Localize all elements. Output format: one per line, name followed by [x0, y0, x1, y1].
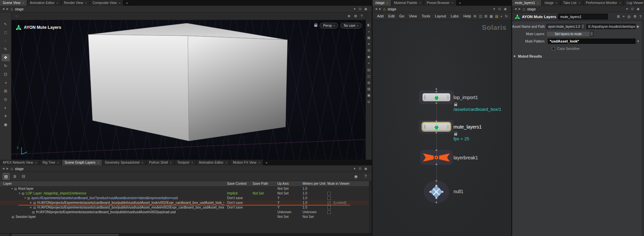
new-tab-button[interactable]: +: [123, 0, 130, 6]
layer-row[interactable]: ▾▤LOP Layer: /stage/lop_import1/referenc…: [0, 191, 372, 196]
path-text[interactable]: stage: [15, 167, 24, 171]
row-expander-icon[interactable]: ⊕: [30, 205, 32, 210]
connector-dot[interactable]: [435, 88, 437, 90]
view-lock-icon[interactable]: [314, 24, 317, 27]
tab-rig-tree[interactable]: Rig Tree×: [40, 160, 62, 165]
tab-close-icon[interactable]: ×: [537, 1, 539, 5]
info-icon[interactable]: ◎: [367, 100, 370, 103]
column-header[interactable]: Meters per Unit: [303, 182, 325, 185]
tab-apex-network-view[interactable]: APEX Network View×: [0, 160, 40, 165]
viewport-canvas[interactable]: AYON Mute Layers Persp ▾ No cam ▾ z: [11, 20, 366, 160]
node-name-field[interactable]: mute_layers1: [558, 14, 608, 19]
menu-labs[interactable]: Labs: [448, 14, 461, 18]
node-label[interactable]: lop_import1: [453, 95, 478, 100]
projection-menu[interactable]: Persp ▾: [320, 23, 338, 28]
export-pane-icon[interactable]: ◫: [479, 14, 482, 18]
help-icon[interactable]: ?: [362, 173, 369, 180]
tab-stage[interactable]: /stage×: [542, 0, 560, 6]
layer-row[interactable]: ▤H:/AYON/projects/Experiments/assets/car…: [0, 210, 372, 215]
tab-animation-editor[interactable]: Animation Editor×: [196, 160, 230, 165]
asset-version-dropdown[interactable]: ayon:mute_layers:1.0: [546, 24, 581, 29]
pin-icon[interactable]: ⊙: [631, 7, 634, 11]
node-mute-layers1[interactable]: [422, 123, 450, 131]
tab-mute-layers1[interactable]: mute_layers1×: [512, 0, 542, 6]
frame-view-icon[interactable]: ⌖: [368, 61, 370, 65]
node-null1[interactable]: [426, 182, 446, 201]
link-follow-icon[interactable]: ◉: [637, 7, 640, 11]
parameters-scrollbar[interactable]: [642, 21, 644, 236]
tab-close-icon[interactable]: ×: [225, 161, 227, 164]
tab-close-icon[interactable]: ×: [386, 1, 388, 5]
forward-button[interactable]: ▶: [379, 7, 381, 10]
param-gear-icon[interactable]: ⚙: [633, 14, 637, 19]
snap-point-icon[interactable]: ⊙: [2, 96, 10, 103]
link-follow-icon[interactable]: ◉: [364, 167, 367, 170]
material-tool-icon[interactable]: ◐: [2, 104, 10, 111]
tab-render-view[interactable]: Render View×: [61, 0, 90, 6]
new-tab-button[interactable]: +: [263, 160, 270, 165]
camera-select-menu[interactable]: No cam ▾: [340, 23, 362, 28]
tab-close-icon[interactable]: ×: [191, 161, 193, 164]
move-tool-icon[interactable]: ✥: [2, 54, 10, 61]
column-header[interactable]: Layer: [3, 182, 12, 185]
link-follow-icon[interactable]: ◉: [364, 7, 367, 11]
tab-close-icon[interactable]: ×: [85, 1, 87, 5]
tab-close-icon[interactable]: ×: [97, 161, 99, 164]
layer-row[interactable]: ▤Session layerNot SetNot Set: [0, 215, 372, 219]
grid-toggle-icon[interactable]: ⊞: [367, 49, 370, 52]
path-dropdown-icon[interactable]: ▾: [354, 7, 356, 11]
muted-results-section[interactable]: ▶ Muted Results: [512, 53, 644, 60]
back-button[interactable]: ◀: [2, 7, 4, 10]
pin-icon[interactable]: ⊙: [359, 7, 361, 11]
column-header[interactable]: Mute in Viewer: [327, 182, 350, 185]
menu-go[interactable]: Go: [397, 14, 407, 18]
tab-material-palette[interactable]: Material Palette×: [391, 0, 424, 6]
select-arrow-icon[interactable]: ↖: [2, 20, 10, 28]
menu-view[interactable]: View: [407, 14, 419, 18]
menu-layout[interactable]: Layout: [433, 14, 448, 18]
menu-help[interactable]: Help: [461, 14, 473, 18]
tab-close-icon[interactable]: ×: [578, 1, 580, 5]
tab-close-icon[interactable]: ×: [142, 161, 143, 164]
tab-close-icon[interactable]: ×: [170, 161, 172, 164]
pin-icon[interactable]: ⊙: [359, 167, 361, 170]
tab-take-list[interactable]: Take List×: [560, 0, 583, 6]
pin-icon[interactable]: ⊙: [498, 7, 501, 11]
mute-in-viewer-checkbox[interactable]: [327, 196, 331, 200]
path-text[interactable]: stage: [15, 7, 24, 11]
connector-dot[interactable]: [435, 102, 437, 104]
tab-python-shell[interactable]: Python Shell×: [146, 160, 174, 165]
tab-stage[interactable]: /stage×: [373, 0, 391, 6]
path-dropdown-icon[interactable]: ▾: [626, 7, 628, 11]
snapshot-icon[interactable]: ◉: [353, 173, 359, 180]
node-lop-import1[interactable]: [422, 93, 450, 101]
set-layers-to-mute-button[interactable]: Set layers to mute: [546, 31, 590, 37]
wireframe-icon[interactable]: ▦: [367, 36, 370, 40]
tab-log-viewer[interactable]: Log Viewer×: [624, 0, 644, 6]
tab-close-icon[interactable]: ×: [419, 1, 421, 5]
pattern-dropdown-icon[interactable]: ▾: [636, 40, 641, 43]
color-palette-icon[interactable]: ◐: [501, 14, 503, 18]
tab-close-icon[interactable]: ×: [56, 1, 58, 5]
view-mode-icon[interactable]: ◧: [367, 23, 370, 27]
camera-tool-icon[interactable]: ◉: [2, 121, 10, 128]
connector-dot[interactable]: [435, 163, 437, 165]
split-view-icon[interactable]: ◫: [367, 74, 370, 78]
tab-scene-graph-layers[interactable]: Scene Graph Layers×: [62, 160, 102, 165]
labs-shelf-icon[interactable]: ▤: [495, 14, 498, 18]
forward-button[interactable]: ▶: [519, 7, 521, 10]
connector-dot[interactable]: [435, 91, 437, 93]
column-header[interactable]: Save Path: [253, 182, 268, 185]
network-canvas[interactable]: Solaris lop_import1 /assets/cardboard_bo…: [373, 20, 511, 236]
case-sensitive-checkbox[interactable]: [552, 47, 555, 50]
param-help-icon[interactable]: ?: [639, 14, 641, 19]
refresh-icon[interactable]: ↻: [505, 14, 508, 18]
param-sliders-icon[interactable]: ≣: [617, 14, 620, 19]
tab-motion-fx-view[interactable]: Motion FX View×: [230, 160, 263, 165]
mute-pattern-field[interactable]: *usdAsset_look*: [548, 38, 636, 44]
pane-splitter[interactable]: [372, 0, 373, 236]
layer-row[interactable]: ▾▤ayon://Experiments//assets/cardboard_b…: [0, 196, 372, 201]
spinner-down-icon[interactable]: ▼: [582, 26, 584, 28]
spinner-icon[interactable]: ▲ ▼: [590, 31, 594, 36]
mute-in-viewer-checkbox[interactable]: ✓: [327, 201, 331, 205]
